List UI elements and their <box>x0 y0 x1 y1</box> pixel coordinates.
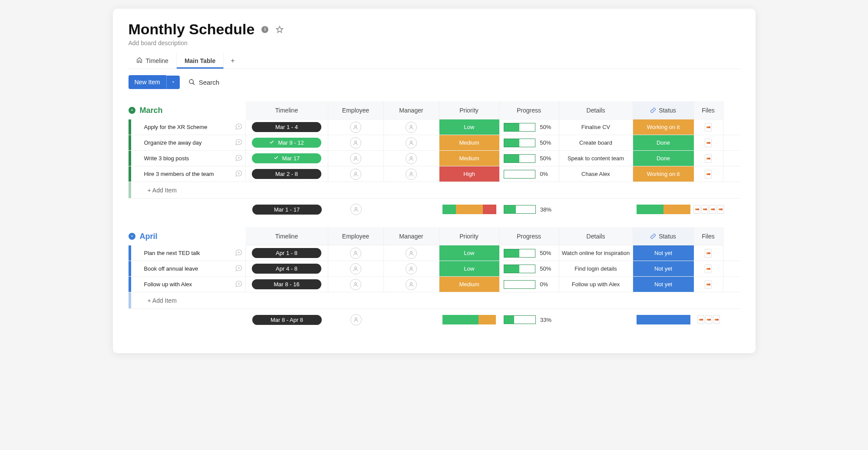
details-cell[interactable]: Watch online for inspiration <box>559 245 633 261</box>
files-cell[interactable] <box>694 135 723 150</box>
table-row[interactable]: Write 3 blog postsMar 17Medium50%Speak t… <box>129 151 740 166</box>
avatar-empty[interactable] <box>350 137 361 149</box>
status-cell[interactable]: Done <box>633 151 694 166</box>
col-head-progress[interactable]: Progress <box>499 101 559 119</box>
col-head-status[interactable]: Status <box>633 101 694 119</box>
timeline-cell[interactable]: Apr 1 - 8 <box>246 245 328 261</box>
table-row[interactable]: Follow up with AlexMar 8 - 16Medium0%Fol… <box>129 277 740 292</box>
chevron-down-icon[interactable] <box>129 107 135 114</box>
avatar-empty[interactable] <box>350 248 361 259</box>
file-icon[interactable] <box>705 170 712 179</box>
priority-cell[interactable]: High <box>439 166 499 182</box>
employee-cell[interactable] <box>328 245 384 261</box>
employee-cell[interactable] <box>328 119 384 135</box>
file-icon[interactable] <box>705 249 712 258</box>
timeline-cell[interactable]: Mar 1 - 4 <box>246 119 328 135</box>
avatar-empty[interactable] <box>350 153 361 164</box>
group-header[interactable]: March <box>129 101 246 119</box>
employee-cell[interactable] <box>328 261 384 276</box>
priority-cell[interactable]: Medium <box>439 151 499 166</box>
manager-cell[interactable] <box>384 277 439 292</box>
manager-cell[interactable] <box>384 245 439 261</box>
avatar-empty[interactable] <box>406 153 417 164</box>
add-view-button[interactable]: + <box>224 57 241 65</box>
status-cell[interactable]: Done <box>633 135 694 150</box>
board-description[interactable]: Add board description <box>129 40 740 46</box>
col-head-employee[interactable]: Employee <box>328 101 384 119</box>
file-icon[interactable] <box>705 123 712 132</box>
manager-cell[interactable] <box>384 119 439 135</box>
row-name-cell[interactable]: Write 3 blog posts <box>129 151 246 166</box>
info-icon[interactable]: i <box>261 25 269 34</box>
col-head-timeline[interactable]: Timeline <box>246 101 328 119</box>
employee-cell[interactable] <box>328 166 384 182</box>
file-icon[interactable] <box>705 139 712 147</box>
col-head-details[interactable]: Details <box>559 227 633 245</box>
file-icon[interactable] <box>701 205 708 214</box>
progress-cell[interactable]: 0% <box>499 277 559 292</box>
row-name-cell[interactable]: Plan the next TED talk <box>129 245 246 261</box>
add-comment-icon[interactable] <box>235 169 243 179</box>
group-header[interactable]: April <box>129 227 246 245</box>
status-cell[interactable]: Not yet <box>633 261 694 276</box>
status-cell[interactable]: Not yet <box>633 277 694 292</box>
table-row[interactable]: Plan the next TED talkApr 1 - 8Low50%Wat… <box>129 245 740 261</box>
star-icon[interactable] <box>275 25 284 34</box>
status-cell[interactable]: Not yet <box>633 245 694 261</box>
avatar-empty[interactable] <box>350 314 362 325</box>
progress-cell[interactable]: 50% <box>499 135 559 150</box>
status-cell[interactable]: Working on it <box>633 166 694 182</box>
col-head-manager[interactable]: Manager <box>384 227 439 245</box>
files-cell[interactable] <box>694 151 723 166</box>
details-cell[interactable]: Chase Alex <box>559 166 633 182</box>
avatar-empty[interactable] <box>406 263 417 275</box>
employee-cell[interactable] <box>328 135 384 150</box>
progress-cell[interactable]: 50% <box>499 151 559 166</box>
files-cell[interactable] <box>694 245 723 261</box>
add-comment-icon[interactable] <box>235 248 243 258</box>
table-row[interactable]: Organize the away dayMar 9 - 12Medium50%… <box>129 135 740 151</box>
avatar-empty[interactable] <box>350 263 361 275</box>
avatar-empty[interactable] <box>350 169 361 180</box>
add-comment-icon[interactable] <box>235 280 243 289</box>
file-icon[interactable] <box>717 205 724 214</box>
new-item-button[interactable]: New Item <box>129 75 166 89</box>
files-cell[interactable] <box>694 166 723 182</box>
row-name-cell[interactable]: Book off annual leave <box>129 261 246 276</box>
col-head-progress[interactable]: Progress <box>499 227 559 245</box>
file-icon[interactable] <box>705 280 712 289</box>
col-head-employee[interactable]: Employee <box>328 227 384 245</box>
files-cell[interactable] <box>694 261 723 276</box>
files-cell[interactable] <box>694 277 723 292</box>
status-cell[interactable]: Working on it <box>633 119 694 135</box>
col-head-priority[interactable]: Priority <box>439 227 499 245</box>
file-icon[interactable] <box>697 315 704 324</box>
progress-cell[interactable]: 50% <box>499 261 559 276</box>
priority-cell[interactable]: Medium <box>439 135 499 150</box>
file-icon[interactable] <box>705 265 712 273</box>
progress-cell[interactable]: 50% <box>499 119 559 135</box>
row-name-cell[interactable]: Organize the away day <box>129 135 246 150</box>
progress-cell[interactable]: 50% <box>499 245 559 261</box>
timeline-cell[interactable]: Mar 9 - 12 <box>246 135 328 150</box>
table-row[interactable]: Hire 3 members of the teamMar 2 - 8High0… <box>129 166 740 182</box>
table-row[interactable]: Apply for the XR SchemeMar 1 - 4Low50%Fi… <box>129 119 740 135</box>
add-comment-icon[interactable] <box>235 264 243 273</box>
file-icon[interactable] <box>713 315 720 324</box>
file-icon[interactable] <box>709 205 716 214</box>
search-input[interactable]: Search <box>188 79 220 86</box>
details-cell[interactable]: Speak to content team <box>559 151 633 166</box>
timeline-cell[interactable]: Mar 17 <box>246 151 328 166</box>
manager-cell[interactable] <box>384 135 439 150</box>
priority-cell[interactable]: Low <box>439 261 499 276</box>
file-icon[interactable] <box>705 154 712 163</box>
new-item-dropdown[interactable] <box>166 76 180 89</box>
tab-timeline[interactable]: Timeline <box>129 53 177 69</box>
details-cell[interactable]: Find login details <box>559 261 633 276</box>
avatar-empty[interactable] <box>350 122 361 133</box>
col-head-status[interactable]: Status <box>633 227 694 245</box>
table-row[interactable]: Book off annual leaveApr 4 - 8Low50%Find… <box>129 261 740 277</box>
col-head-files[interactable]: Files <box>694 101 723 119</box>
col-head-files[interactable]: Files <box>694 227 723 245</box>
priority-cell[interactable]: Medium <box>439 277 499 292</box>
